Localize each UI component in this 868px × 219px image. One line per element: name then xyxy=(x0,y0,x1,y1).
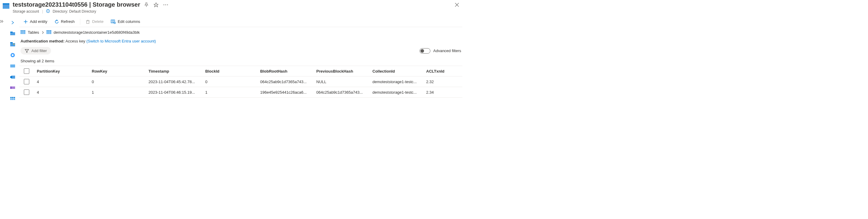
cell-blockid: 0 xyxy=(202,77,257,86)
cell-collectionid: demoteststorage1-testc... xyxy=(369,77,423,86)
cell-blockid: 1 xyxy=(202,88,257,97)
cell-partitionkey: 4 xyxy=(34,88,89,97)
auth-value: Access key xyxy=(65,39,85,43)
cell-timestamp: 2023-11-04T06:45:42.78... xyxy=(146,77,202,86)
edit-columns-label: Edit columns xyxy=(118,19,140,24)
svg-rect-11 xyxy=(10,32,13,33)
table-icon xyxy=(21,30,25,35)
close-icon[interactable] xyxy=(455,2,459,7)
cell-partitionkey: 4 xyxy=(34,77,89,86)
col-blockid[interactable]: BlockId xyxy=(202,67,257,76)
row-checkbox[interactable] xyxy=(24,79,29,84)
nav-queues-icon[interactable] xyxy=(10,85,16,90)
svg-rect-19 xyxy=(10,76,12,78)
cell-blobroothash: 196e45e925441c26aca6... xyxy=(257,88,313,97)
svg-marker-4 xyxy=(154,3,158,7)
nav-favorites-icon[interactable] xyxy=(10,42,16,47)
col-collectionid[interactable]: CollectionId xyxy=(369,67,423,76)
svg-point-34 xyxy=(114,22,115,24)
cell-previousblockhash: NULL xyxy=(313,77,369,86)
delete-button: Delete xyxy=(83,18,106,25)
col-partitionkey[interactable]: PartitionKey xyxy=(34,67,89,76)
nav-tables-icon[interactable] xyxy=(10,96,16,101)
toolbar: Add entity Refresh Delete Edit columns xyxy=(19,16,462,27)
page-title: teststorage20231104t0556 | Storage brows… xyxy=(13,1,140,8)
directory-label: Directory: Default Directory xyxy=(53,9,96,13)
cell-acltxnid: 2.34 xyxy=(423,88,450,97)
info-icon[interactable]: ⓘ xyxy=(46,9,50,14)
pin-icon[interactable] xyxy=(144,2,149,7)
storage-account-icon xyxy=(2,2,10,10)
svg-point-6 xyxy=(165,4,166,5)
svg-rect-13 xyxy=(10,42,13,43)
cell-rowkey: 1 xyxy=(89,88,146,97)
toolbar-separator xyxy=(80,19,80,25)
col-timestamp[interactable]: Timestamp xyxy=(146,67,202,76)
cell-previousblockhash: 064c25ab9c1d7365a743... xyxy=(313,88,369,97)
svg-rect-35 xyxy=(21,30,25,31)
svg-rect-10 xyxy=(10,32,15,35)
add-entity-label: Add entity xyxy=(30,19,48,24)
resource-type-label: Storage account xyxy=(13,9,39,13)
nav-fileshare-icon[interactable] xyxy=(10,74,16,79)
side-nav xyxy=(6,16,19,101)
svg-rect-39 xyxy=(46,30,51,31)
favorite-star-icon[interactable] xyxy=(153,2,159,7)
svg-rect-21 xyxy=(10,86,11,89)
col-rowkey[interactable]: RowKey xyxy=(89,67,146,76)
auth-label: Authentication method: xyxy=(21,39,65,43)
edit-columns-button[interactable]: Edit columns xyxy=(108,18,143,25)
delete-label: Delete xyxy=(92,19,103,24)
item-count: Showing all 2 items xyxy=(19,59,462,66)
table-row[interactable]: 4 0 2023-11-04T06:45:42.78... 0 064c25ab… xyxy=(19,76,462,87)
svg-rect-2 xyxy=(3,5,9,6)
svg-point-16 xyxy=(12,54,13,56)
row-checkbox[interactable] xyxy=(24,89,29,95)
svg-rect-17 xyxy=(10,65,15,68)
breadcrumb-current: demoteststorage1testcontainer1e5d680f49d… xyxy=(54,30,140,35)
nav-blob-icon[interactable] xyxy=(10,63,16,69)
col-acltxnid[interactable]: ACLTxnId xyxy=(423,67,450,76)
advanced-filters-toggle[interactable] xyxy=(420,48,430,53)
select-all-checkbox[interactable] xyxy=(24,68,29,74)
page-subtitle: Storage account | ⓘ Directory: Default D… xyxy=(13,9,459,14)
nav-settings-gear-icon[interactable] xyxy=(10,52,16,58)
refresh-label: Refresh xyxy=(61,19,75,24)
add-entity-button[interactable]: Add entity xyxy=(21,18,51,25)
svg-rect-22 xyxy=(10,97,15,98)
chevron-right-icon xyxy=(42,31,44,34)
table-row[interactable]: 4 1 2023-11-04T06:46:15.19... 1 196e45e9… xyxy=(19,87,462,98)
svg-rect-23 xyxy=(10,98,15,100)
svg-rect-0 xyxy=(3,3,9,5)
svg-point-7 xyxy=(167,4,168,5)
expand-sidebar-icon[interactable] xyxy=(0,20,6,23)
svg-rect-40 xyxy=(46,32,51,34)
cell-acltxnid: 2.32 xyxy=(423,77,450,86)
auth-method-row: Authentication method: Access key (Switc… xyxy=(19,38,462,47)
grid-header: PartitionKey RowKey Timestamp BlockId Bl… xyxy=(19,66,462,76)
nav-containers-icon[interactable] xyxy=(10,31,16,36)
svg-rect-12 xyxy=(10,43,15,46)
cell-collectionid: demoteststorage1-testc... xyxy=(369,88,423,97)
nav-chevron-right-icon[interactable] xyxy=(10,20,16,25)
more-icon[interactable] xyxy=(163,2,168,7)
table-icon xyxy=(46,30,51,35)
switch-auth-link[interactable]: (Switch to Microsoft Entra user account) xyxy=(86,39,156,43)
refresh-button[interactable]: Refresh xyxy=(52,18,78,25)
svg-point-5 xyxy=(163,4,164,5)
cell-timestamp: 2023-11-04T06:46:15.19... xyxy=(146,88,202,97)
data-grid: PartitionKey RowKey Timestamp BlockId Bl… xyxy=(19,66,462,98)
advanced-filters-label[interactable]: Advanced filters xyxy=(433,48,462,53)
breadcrumb-root[interactable]: Tables xyxy=(28,30,39,35)
cell-rowkey: 0 xyxy=(89,77,146,86)
breadcrumb: Tables demoteststorage1testcontainer1e5d… xyxy=(19,27,462,38)
svg-rect-28 xyxy=(87,21,89,24)
add-filter-button[interactable]: Add filter xyxy=(21,47,51,54)
page-header: teststorage20231104t0556 | Storage brows… xyxy=(0,0,464,16)
cell-blobroothash: 064c25ab9c1d7365a743... xyxy=(257,77,313,86)
svg-rect-36 xyxy=(21,32,25,34)
add-filter-label: Add filter xyxy=(31,48,47,53)
col-blobroothash[interactable]: BlobRootHash xyxy=(257,67,313,76)
svg-marker-43 xyxy=(25,49,29,52)
col-previousblockhash[interactable]: PreviousBlockHash xyxy=(313,67,369,76)
